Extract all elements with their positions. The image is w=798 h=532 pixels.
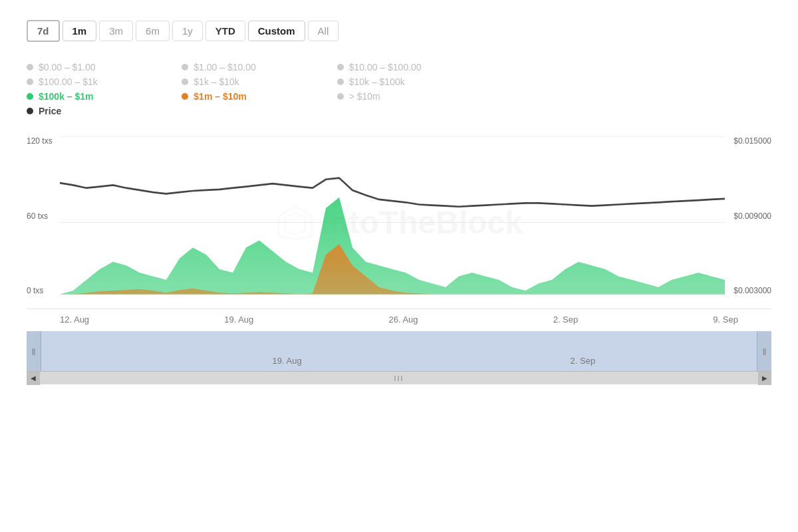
chart-svg [60, 136, 725, 309]
time-btn-all[interactable]: All [308, 21, 339, 41]
nav-label-left: 19. Aug [273, 356, 302, 366]
legend-item-2[interactable]: $10.00 – $100.00 [337, 62, 492, 72]
time-btn-3m[interactable]: 3m [99, 21, 133, 41]
nav-label-right: 2. Sep [571, 356, 596, 366]
chart-legend: $0.00 – $1.00 $1.00 – $10.00 $10.00 – $1… [27, 62, 492, 116]
legend-item-5[interactable]: $10k – $100k [337, 76, 492, 87]
time-range-selector: 7d 1m 3m 6m 1y YTD Custom All [27, 20, 771, 42]
legend-dot-3 [27, 78, 33, 85]
legend-dot-1 [182, 64, 188, 70]
legend-dot-4 [182, 78, 188, 85]
time-btn-ytd[interactable]: YTD [205, 21, 245, 41]
legend-item-4[interactable]: $1k – $10k [182, 76, 336, 87]
legend-item-8[interactable]: > $10m [337, 91, 492, 102]
nav-handle-right[interactable]: || [757, 331, 771, 371]
price-line [60, 178, 725, 207]
scroll-thumb: III [394, 374, 404, 382]
legend-item-price[interactable]: Price [27, 106, 182, 116]
y-axis-left: 120 txs 60 txs 0 txs [27, 136, 53, 309]
legend-dot-7 [182, 93, 188, 100]
x-axis-labels: 12. Aug 19. Aug 26. Aug 2. Sep 9. Sep [27, 309, 771, 325]
green-area [60, 198, 725, 295]
time-btn-7d[interactable]: 7d [27, 20, 60, 42]
time-btn-custom[interactable]: Custom [248, 21, 305, 41]
legend-dot-8 [337, 93, 344, 100]
legend-dot-0 [27, 64, 33, 70]
legend-item-7[interactable]: $1m – $10m [182, 91, 336, 102]
time-btn-1y[interactable]: 1y [172, 21, 203, 41]
y-axis-right: $0.015000 $0.009000 $0.003000 [733, 136, 771, 309]
legend-item-6[interactable]: $100k – $1m [27, 91, 182, 102]
chart-svg-container [60, 136, 725, 309]
legend-dot-2 [337, 64, 344, 70]
time-btn-6m[interactable]: 6m [136, 21, 170, 41]
legend-dot-price [27, 108, 33, 114]
scroll-right-arrow[interactable]: ▶ [758, 372, 771, 385]
legend-dot-5 [337, 78, 344, 85]
navigator: || || 19. Aug 2. Sep ◀ III ▶ [27, 331, 771, 384]
legend-item-1[interactable]: $1.00 – $10.00 [182, 62, 336, 72]
legend-item-0[interactable]: $0.00 – $1.00 [27, 62, 182, 72]
nav-handle-left[interactable]: || [27, 331, 41, 371]
nav-track: || || 19. Aug 2. Sep [27, 331, 771, 371]
chart-area: IntoTheBlock 120 txs 60 txs 0 txs $0.015… [27, 136, 771, 309]
main-chart: IntoTheBlock 120 txs 60 txs 0 txs $0.015… [27, 136, 771, 325]
legend-item-3[interactable]: $100.00 – $1k [27, 76, 182, 87]
time-btn-1m[interactable]: 1m [63, 21, 97, 41]
scroll-track[interactable]: III [40, 372, 758, 384]
scroll-left-arrow[interactable]: ◀ [27, 372, 40, 385]
scrollbar[interactable]: ◀ III ▶ [27, 371, 771, 384]
legend-dot-6 [27, 93, 33, 100]
